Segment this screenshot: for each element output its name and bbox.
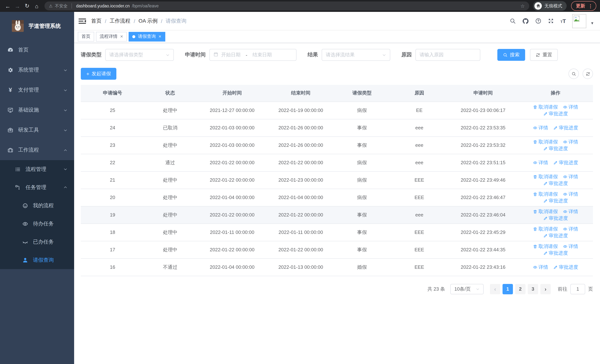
detail-link[interactable]: 详情 — [563, 104, 578, 110]
cell-type: 事假 — [333, 206, 391, 224]
cell-start: 2022-01-03 00:00:00 — [196, 136, 268, 154]
browser-menu-icon[interactable]: ⋮ — [588, 3, 593, 9]
avatar[interactable] — [572, 14, 586, 28]
cell-reason: EEE — [391, 258, 448, 276]
address-bar[interactable]: ⚠ 不安全 dashboard.yudao.iocoder.cn/bpm/oa/… — [45, 1, 529, 10]
action-label: 详情 — [569, 225, 578, 232]
search-button[interactable]: 搜索 — [497, 49, 525, 61]
cancel-leave-link[interactable]: 取消请假 — [533, 139, 558, 145]
approval-progress-link[interactable]: 审批进度 — [543, 197, 568, 204]
close-icon[interactable]: ✕ — [120, 35, 123, 38]
cell-start: 2022-01-22 00:00:00 — [196, 171, 268, 189]
chevron-down-icon — [166, 53, 170, 57]
sidebar-collapse-icon[interactable] — [79, 18, 86, 24]
approval-progress-link[interactable]: 审批进度 — [553, 264, 578, 271]
cell-id: 20 — [81, 189, 144, 206]
sidebar-item-payment[interactable]: ¥ 支付管理 — [0, 80, 74, 100]
create-leave-button[interactable]: + 发起请假 — [81, 68, 116, 80]
page-size-select[interactable]: 10条/页 — [450, 284, 484, 294]
font-size-icon[interactable]: TT — [561, 18, 566, 24]
sidebar-item-process-mgmt[interactable]: 流程管理 — [0, 160, 74, 178]
detail-link[interactable]: 详情 — [563, 191, 578, 197]
detail-link[interactable]: 详情 — [563, 173, 578, 180]
cell-actions: 详情审批进度 — [518, 154, 593, 171]
reload-icon[interactable]: ↻ — [23, 2, 31, 10]
reset-button[interactable]: 重置 — [530, 49, 558, 61]
approval-progress-link[interactable]: 审批进度 — [543, 232, 568, 239]
sidebar-item-infra[interactable]: 基础设施 — [0, 100, 74, 120]
back-icon[interactable]: ← — [4, 2, 12, 10]
sidebar-item-done-tasks[interactable]: 已办任务 — [0, 233, 74, 251]
approval-progress-link[interactable]: 审批进度 — [543, 215, 568, 222]
caret-down-icon[interactable]: ▼ — [590, 21, 594, 25]
filter-reason: 原因 请输入原因 — [401, 49, 480, 61]
sidebar-item-leave-query[interactable]: 请假查询 — [0, 251, 74, 269]
sidebar-item-task-mgmt[interactable]: 任务管理 — [0, 178, 74, 196]
approval-progress-link[interactable]: 审批进度 — [553, 159, 578, 166]
approval-progress-link[interactable]: 审批进度 — [543, 180, 568, 187]
approval-progress-link[interactable]: 审批进度 — [543, 110, 568, 117]
detail-link[interactable]: 详情 — [563, 208, 578, 215]
sidebar-item-todo-tasks[interactable]: 待办任务 — [0, 215, 74, 233]
fullscreen-icon[interactable] — [548, 18, 554, 24]
page-button-3[interactable]: 3 — [528, 284, 538, 294]
detail-link[interactable]: 详情 — [533, 124, 548, 131]
detail-link[interactable]: 详情 — [563, 139, 578, 145]
close-icon[interactable]: ✕ — [159, 35, 162, 38]
url-host: dashboard.yudao.iocoder.cn — [76, 4, 130, 8]
detail-link[interactable]: 详情 — [533, 159, 548, 166]
approval-progress-link[interactable]: 审批进度 — [543, 250, 568, 256]
cancel-leave-link[interactable]: 取消请假 — [533, 104, 558, 110]
forward-icon[interactable]: → — [13, 2, 21, 10]
cell-reason: EEE — [391, 189, 448, 206]
action-label: 取消请假 — [538, 225, 558, 232]
next-page-button[interactable]: › — [540, 284, 551, 294]
github-icon[interactable] — [522, 18, 529, 24]
update-button[interactable]: 更新 ⋮ — [571, 1, 596, 11]
breadcrumb-workflow[interactable]: 工作流程 — [110, 18, 131, 24]
tab-leave-query[interactable]: 请假查询 ✕ — [129, 32, 165, 41]
help-icon[interactable] — [535, 18, 542, 24]
bookmark-star-icon[interactable]: ☆ — [521, 3, 525, 9]
sidebar-item-label: 我的流程 — [33, 202, 54, 209]
cell-reason: EEE — [391, 241, 448, 258]
cell-actions: 取消请假详情审批进度 — [518, 136, 593, 154]
page-button-2[interactable]: 2 — [515, 284, 525, 294]
breadcrumb-home[interactable]: 首页 — [91, 18, 102, 24]
date-range-input[interactable]: 开始日期 - 结束日期 — [209, 49, 297, 61]
result-select[interactable]: 请选择流结果 — [322, 49, 390, 61]
security-label[interactable]: 不安全 — [55, 3, 68, 9]
cancel-leave-link[interactable]: 取消请假 — [533, 173, 558, 180]
toggle-search-button[interactable] — [569, 69, 579, 79]
sidebar-item-system[interactable]: 系统管理 — [0, 60, 74, 80]
goto-page-input[interactable]: 1 — [570, 284, 585, 294]
sidebar-item-my-process[interactable]: 我的流程 — [0, 196, 74, 215]
filter-result: 结果 请选择流结果 — [308, 49, 390, 61]
approval-progress-link[interactable]: 审批进度 — [553, 124, 578, 131]
leave-type-select[interactable]: 请选择请假类型 — [105, 49, 174, 61]
cell-actions: 详情审批进度 — [518, 119, 593, 136]
refresh-button[interactable] — [582, 69, 593, 79]
search-icon[interactable] — [510, 18, 516, 24]
app-logo[interactable]: 芋道管理系统 — [0, 12, 74, 40]
breadcrumb-oa[interactable]: OA 示例 — [139, 18, 158, 24]
sidebar-item-devtools[interactable]: 研发工具 — [0, 120, 74, 140]
tab-process-detail[interactable]: 流程详情 ✕ — [96, 32, 127, 41]
action-label: 取消请假 — [538, 191, 558, 197]
detail-link[interactable]: 详情 — [533, 264, 548, 271]
detail-link[interactable]: 详情 — [563, 225, 578, 232]
cancel-leave-link[interactable]: 取消请假 — [533, 191, 558, 197]
sidebar-item-home[interactable]: 首页 — [0, 40, 74, 60]
detail-link[interactable]: 详情 — [563, 243, 578, 250]
home-icon[interactable]: ⌂ — [33, 2, 41, 10]
prev-page-button[interactable]: ‹ — [490, 284, 500, 294]
cancel-leave-link[interactable]: 取消请假 — [533, 243, 558, 250]
cancel-leave-link[interactable]: 取消请假 — [533, 208, 558, 215]
page-button-1[interactable]: 1 — [503, 284, 513, 294]
reason-input[interactable]: 请输入原因 — [415, 49, 480, 61]
sidebar-item-workflow[interactable]: 工作流程 — [0, 140, 74, 160]
tree-icon — [15, 184, 21, 190]
approval-progress-link[interactable]: 审批进度 — [543, 145, 568, 152]
cancel-leave-link[interactable]: 取消请假 — [533, 225, 558, 232]
tab-home[interactable]: 首页 — [78, 32, 94, 41]
